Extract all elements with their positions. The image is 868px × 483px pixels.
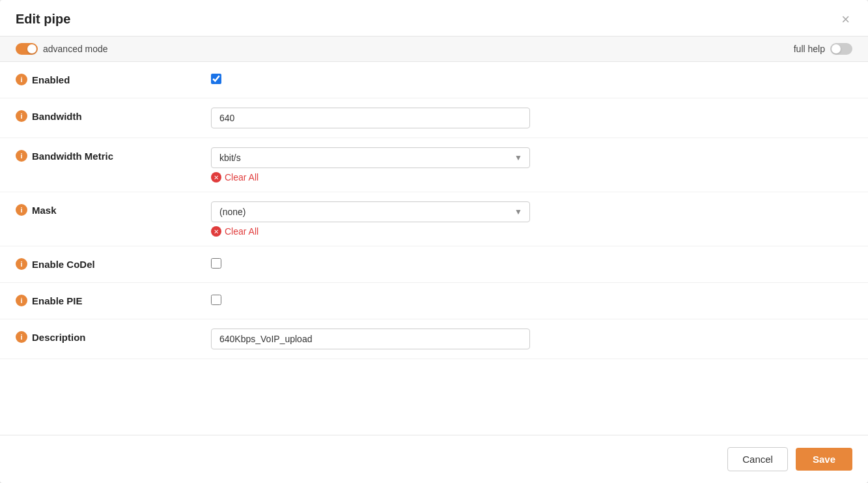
bandwidth-metric-select-wrapper: kbit/s Mbit/s Gbit/s ▼ [211, 147, 530, 168]
bandwidth-metric-select[interactable]: kbit/s Mbit/s Gbit/s [211, 147, 530, 168]
bandwidth-metric-row: i Bandwidth Metric kbit/s Mbit/s Gbit/s … [0, 138, 868, 192]
save-button[interactable]: Save [796, 448, 852, 471]
bandwidth-row: i Bandwidth [0, 98, 868, 138]
enable-pie-control [211, 292, 852, 305]
bandwidth-metric-label: i Bandwidth Metric [16, 147, 211, 162]
mask-row: i Mask (none) src-ip dst-ip ▼ ✕ Clear Al… [0, 192, 868, 246]
enable-codel-label: i Enable CoDel [16, 256, 211, 270]
advanced-mode-toggle-container: advanced mode [16, 43, 108, 55]
description-control [211, 329, 852, 349]
advanced-mode-label: advanced mode [43, 44, 108, 54]
modal-toolbar: advanced mode full help [0, 37, 868, 62]
modal-footer: Cancel Save [0, 435, 868, 483]
full-help-toggle-knob [832, 44, 841, 53]
mask-select[interactable]: (none) src-ip dst-ip [211, 201, 530, 222]
enabled-label: i Enabled [16, 71, 211, 85]
bandwidth-metric-clear-button[interactable]: Clear All [225, 172, 259, 183]
bandwidth-metric-clear-row: ✕ Clear All [211, 172, 852, 183]
description-input[interactable] [211, 329, 530, 349]
toggle-knob [27, 44, 36, 53]
bandwidth-metric-control: kbit/s Mbit/s Gbit/s ▼ ✕ Clear All [211, 147, 852, 183]
bandwidth-metric-info-icon[interactable]: i [16, 150, 27, 162]
bandwidth-label: i Bandwidth [16, 108, 211, 122]
modal-title: Edit pipe [16, 12, 70, 27]
bandwidth-info-icon[interactable]: i [16, 110, 27, 122]
description-label: i Description [16, 329, 211, 343]
mask-info-icon[interactable]: i [16, 204, 27, 216]
bandwidth-control [211, 108, 852, 128]
enable-codel-control [211, 256, 852, 269]
description-row: i Description [0, 319, 868, 359]
mask-clear-button[interactable]: Clear All [225, 226, 259, 237]
full-help-container: full help [794, 43, 852, 55]
modal-body: i Enabled i Bandwidth i Bandwidth Metric [0, 62, 868, 435]
edit-pipe-modal: Edit pipe × advanced mode full help i En… [0, 0, 868, 483]
full-help-label: full help [794, 44, 825, 54]
enabled-row: i Enabled [0, 62, 868, 98]
enabled-checkbox[interactable] [211, 74, 221, 84]
enable-codel-row: i Enable CoDel [0, 246, 868, 283]
bandwidth-metric-clear-icon: ✕ [211, 172, 221, 183]
enabled-info-icon[interactable]: i [16, 74, 27, 85]
enable-codel-checkbox[interactable] [211, 258, 221, 269]
enable-pie-label: i Enable PIE [16, 292, 211, 306]
full-help-toggle[interactable] [830, 43, 852, 55]
description-info-icon[interactable]: i [16, 331, 27, 343]
mask-control: (none) src-ip dst-ip ▼ ✕ Clear All [211, 201, 852, 237]
enable-pie-info-icon[interactable]: i [16, 295, 27, 306]
mask-label: i Mask [16, 201, 211, 216]
enable-pie-row: i Enable PIE [0, 283, 868, 319]
cancel-button[interactable]: Cancel [727, 447, 788, 471]
close-button[interactable]: × [839, 12, 852, 27]
bandwidth-input[interactable] [211, 108, 530, 128]
advanced-mode-toggle[interactable] [16, 43, 38, 55]
mask-clear-icon: ✕ [211, 226, 221, 237]
modal-header: Edit pipe × [0, 0, 868, 37]
enabled-control [211, 71, 852, 84]
mask-clear-row: ✕ Clear All [211, 226, 852, 237]
enable-pie-checkbox[interactable] [211, 295, 221, 305]
enable-codel-info-icon[interactable]: i [16, 258, 27, 270]
mask-select-wrapper: (none) src-ip dst-ip ▼ [211, 201, 530, 222]
